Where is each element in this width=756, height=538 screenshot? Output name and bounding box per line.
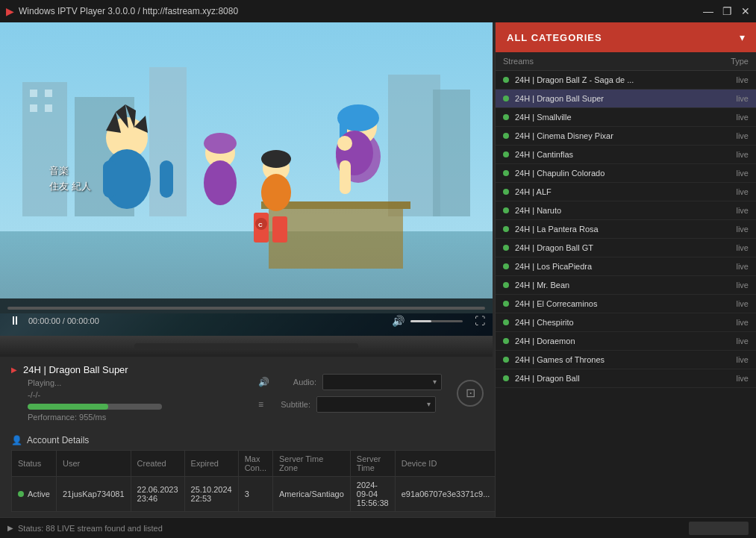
stream-status-dot	[503, 338, 509, 344]
stream-item[interactable]: 24H | Dragon Ball GTlive	[496, 239, 756, 257]
col-deviceid: Device ID	[395, 451, 495, 477]
stream-type: live	[711, 169, 749, 178]
fullscreen-button[interactable]: ⛶	[475, 315, 485, 327]
subtitle-line1: 音楽	[49, 163, 91, 179]
stream-status-dot	[503, 319, 509, 325]
category-header[interactable]: ALL CATEGORIES ▾	[496, 22, 756, 52]
audio-dropdown-arrow: ▾	[433, 378, 437, 386]
subtitle-label: Subtitle:	[269, 400, 310, 409]
stream-name: 24H | Dragon Ball	[515, 374, 711, 383]
time-bar: -/-/-	[28, 390, 243, 399]
stream-name: 24H | Dragon Ball Z - Saga de ...	[515, 75, 711, 84]
audio-row: 🔊 Audio: ▾	[258, 374, 442, 390]
maximize-button[interactable]: ❐	[722, 5, 732, 17]
svg-point-33	[261, 174, 291, 211]
stream-item[interactable]: 24H | Los PicaPiedralive	[496, 257, 756, 276]
stream-status-dot	[503, 189, 509, 195]
stream-name: 24H | Games of Thrones	[515, 355, 711, 364]
svg-point-30	[204, 160, 237, 205]
col-servertime: Server Time	[350, 451, 395, 477]
stream-name: 24H | El Correcaminos	[515, 299, 711, 308]
subtitle-dropdown[interactable]: ▾	[316, 396, 436, 413]
performance-bar-container	[28, 404, 243, 410]
stream-item[interactable]: 24H | Mr. Beanlive	[496, 276, 756, 295]
channel-title-row: ▶ 24H | Dragon Ball Super	[11, 364, 243, 375]
performance-text: Performance: 955/ms	[28, 413, 243, 422]
status-value: Active	[28, 489, 50, 498]
stream-item[interactable]: 24H | Games of Throneslive	[496, 351, 756, 369]
video-controls: ⏸ 00:00:00 / 00:00:00 🔊 ⛶	[0, 298, 493, 336]
stream-item[interactable]: 24H | Dragon Balllive	[496, 369, 756, 388]
svg-text:C: C	[258, 222, 263, 228]
stream-type: live	[711, 113, 749, 122]
col-created: Created	[131, 451, 184, 477]
volume-icon[interactable]: 🔊	[392, 315, 404, 327]
audio-icon: 🔊	[258, 377, 269, 387]
streams-list: 24H | Dragon Ball Z - Saga de ...live24H…	[496, 71, 756, 517]
stream-status-dot	[503, 357, 509, 363]
audio-dropdown[interactable]: ▾	[322, 374, 442, 390]
stream-type: live	[711, 75, 749, 84]
svg-rect-8	[30, 104, 37, 112]
category-title: ALL CATEGORIES	[507, 32, 602, 43]
stream-item[interactable]: 24H | Smallvillelive	[496, 108, 756, 127]
stream-status-dot	[503, 375, 509, 381]
streams-panel: ALL CATEGORIES ▾ Streams Type 24H | Drag…	[495, 22, 756, 517]
svg-rect-5	[433, 90, 470, 216]
stream-status-dot	[503, 114, 509, 120]
streams-column-headers: Streams Type	[496, 52, 756, 71]
minimize-button[interactable]: —	[703, 5, 713, 17]
status-arrow: ▶	[7, 524, 13, 532]
type-col-header: Type	[711, 57, 749, 66]
stream-status-dot	[503, 245, 509, 251]
stream-item[interactable]: 24H | Dragon Ball Z - Saga de ...live	[496, 71, 756, 90]
info-panel: ▶ 24H | Dragon Ball Super Playing... -/-…	[0, 357, 495, 429]
stream-item[interactable]: 24H | Narutolive	[496, 201, 756, 220]
stream-status-dot	[503, 96, 509, 101]
controls-row: ⏸ 00:00:00 / 00:00:00 🔊 ⛶	[7, 314, 485, 328]
col-maxcon: Max Con...	[238, 451, 272, 477]
expired-cell: 25.10.2024 22:53	[184, 477, 238, 512]
svg-rect-6	[30, 90, 37, 97]
stream-item[interactable]: 24H | Chespiritolive	[496, 313, 756, 332]
stream-name: 24H | Doraemon	[515, 337, 711, 345]
stream-name: 24H | Los PicaPiedra	[515, 262, 711, 271]
stream-item[interactable]: 24H | Cantinflaslive	[496, 146, 756, 164]
stream-name: 24H | Chapulin Colorado	[515, 169, 711, 178]
account-title: Account Details	[27, 435, 89, 445]
volume-slider[interactable]	[410, 320, 463, 322]
svg-rect-18	[340, 160, 351, 194]
stream-type: live	[711, 225, 749, 234]
stream-item[interactable]: 24H | Cinema Disney Pixarlive	[496, 127, 756, 146]
cast-button[interactable]: ⊡	[457, 380, 484, 407]
svg-point-19	[337, 136, 352, 151]
svg-rect-26	[103, 160, 116, 198]
stream-item[interactable]: 24H | El Correcaminoslive	[496, 295, 756, 313]
svg-rect-7	[45, 90, 52, 97]
account-table: Status User Created Expired Max Con... S…	[11, 450, 495, 512]
performance-bar	[28, 404, 162, 410]
status-text: Status: 88 LIVE stream found and listed	[18, 524, 163, 533]
close-button[interactable]: ✕	[741, 5, 750, 17]
stream-item[interactable]: 24H | La Pantera Rosalive	[496, 220, 756, 239]
svg-rect-27	[160, 160, 173, 198]
account-header: 👤 Account Details	[11, 435, 484, 445]
pause-button[interactable]: ⏸	[7, 314, 22, 328]
stream-status-dot	[503, 151, 509, 157]
stream-item[interactable]: 24H | Chapulin Coloradolive	[496, 164, 756, 183]
subtitle-dropdown-arrow: ▾	[427, 400, 431, 408]
title-bar: ▶ Windows IPTV Player 3.0.0.0 / http://f…	[0, 0, 756, 22]
stream-type: live	[711, 374, 749, 383]
svg-rect-12	[269, 209, 403, 269]
stream-status-dot	[503, 207, 509, 213]
stream-item[interactable]: 24H | ALFlive	[496, 183, 756, 201]
progress-bar[interactable]	[7, 307, 485, 310]
stream-type: live	[711, 337, 749, 345]
status-scroll-button[interactable]	[689, 522, 749, 535]
channel-play-icon: ▶	[11, 366, 17, 374]
stream-status-dot	[503, 282, 509, 288]
stream-item[interactable]: 24H | Doraemonlive	[496, 332, 756, 351]
subtitle-row: ≡ Subtitle: ▾	[258, 396, 442, 413]
stream-item[interactable]: 24H | Dragon Ball Superlive	[496, 90, 756, 108]
stream-type: live	[711, 131, 749, 140]
